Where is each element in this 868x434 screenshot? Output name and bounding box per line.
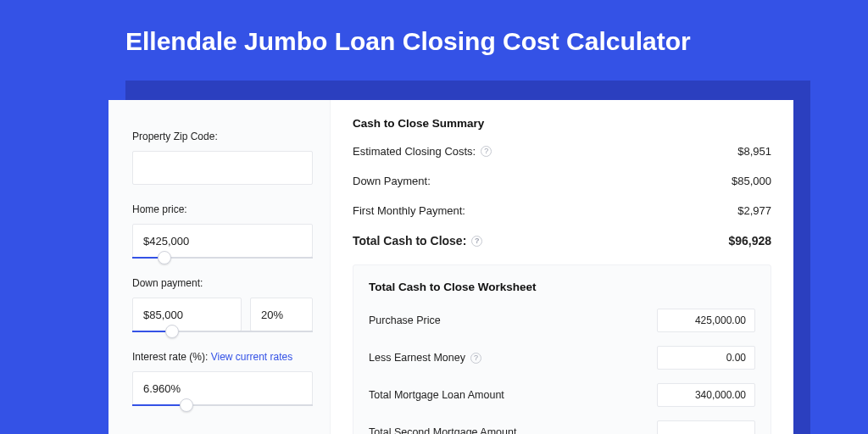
down-slider[interactable] (132, 331, 313, 332)
worksheet-row-label: Purchase Price (369, 314, 441, 326)
summary-total-label: Total Cash to Close: (353, 234, 466, 248)
rate-slider-fill (132, 404, 186, 406)
summary-total-value: $96,928 (728, 234, 771, 248)
worksheet-row-label: Less Earnest Money (369, 352, 465, 364)
summary-row-closing-costs: Estimated Closing Costs: ? $8,951 (353, 145, 771, 158)
view-rates-link[interactable]: View current rates (211, 351, 293, 363)
page-title: Ellendale Jumbo Loan Closing Cost Calcul… (0, 0, 868, 71)
zip-input[interactable] (132, 151, 313, 185)
price-slider[interactable] (132, 257, 313, 259)
summary-value: $85,000 (732, 175, 771, 187)
summary-value: $2,977 (737, 204, 771, 217)
summary-title: Cash to Close Summary (353, 117, 771, 130)
results-panel: Cash to Close Summary Estimated Closing … (331, 100, 793, 434)
help-icon[interactable]: ? (471, 236, 482, 247)
summary-row-first-payment: First Monthly Payment: $2,977 (353, 204, 771, 217)
price-field-group: Home price: (132, 203, 313, 259)
rate-slider-thumb[interactable] (180, 398, 193, 412)
help-icon[interactable]: ? (481, 146, 492, 157)
worksheet-row-label: Total Second Mortgage Amount (369, 426, 516, 434)
down-label: Down payment: (132, 277, 313, 289)
worksheet-row-second-mortgage: Total Second Mortgage Amount (369, 420, 755, 434)
calculator-card: Property Zip Code: Home price: Down paym… (108, 100, 793, 434)
summary-row-total: Total Cash to Close: ? $96,928 (353, 234, 771, 248)
worksheet-row-earnest-money: Less Earnest Money ? (369, 346, 755, 370)
summary-label: Down Payment: (353, 175, 431, 187)
summary-row-down-payment: Down Payment: $85,000 (353, 175, 771, 187)
worksheet-row-mortgage-amount: Total Mortgage Loan Amount (369, 383, 755, 407)
summary-label: First Monthly Payment: (353, 204, 465, 217)
worksheet-row-label: Total Mortgage Loan Amount (369, 389, 504, 401)
zip-label: Property Zip Code: (132, 131, 313, 142)
rate-label-row: Interest rate (%): View current rates (132, 351, 313, 363)
zip-field-group: Property Zip Code: (132, 131, 313, 185)
rate-input[interactable] (132, 371, 313, 405)
summary-value: $8,951 (737, 145, 771, 158)
price-slider-thumb[interactable] (158, 251, 171, 264)
worksheet-row-input[interactable] (657, 383, 755, 407)
summary-label: Estimated Closing Costs: (353, 145, 476, 158)
rate-slider[interactable] (132, 404, 313, 406)
price-label: Home price: (132, 203, 313, 215)
help-icon[interactable]: ? (470, 353, 481, 364)
worksheet-row-input[interactable] (657, 420, 755, 434)
down-percent-input[interactable] (250, 298, 313, 331)
inputs-panel: Property Zip Code: Home price: Down paym… (108, 100, 331, 434)
down-amount-input[interactable] (132, 298, 242, 331)
worksheet-row-purchase-price: Purchase Price (369, 309, 755, 332)
rate-field-group: Interest rate (%): View current rates (132, 351, 313, 406)
worksheet-row-input[interactable] (657, 346, 755, 370)
rate-label: Interest rate (%): (132, 351, 208, 363)
worksheet-title: Total Cash to Close Worksheet (369, 281, 755, 293)
down-field-group: Down payment: (132, 277, 313, 332)
worksheet-row-input[interactable] (657, 309, 755, 332)
worksheet-card: Total Cash to Close Worksheet Purchase P… (353, 264, 771, 434)
down-slider-thumb[interactable] (165, 325, 179, 338)
